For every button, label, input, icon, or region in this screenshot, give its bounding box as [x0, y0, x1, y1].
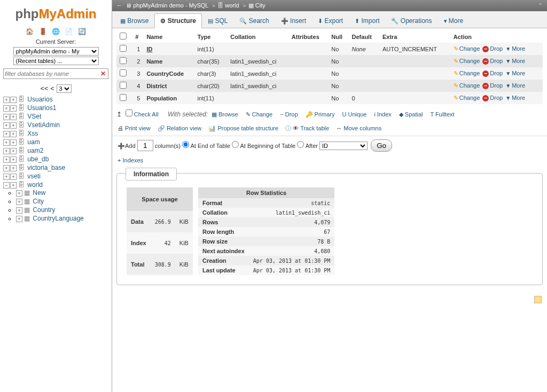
change-link[interactable]: Change: [459, 70, 480, 76]
select-all-cols[interactable]: [120, 33, 127, 40]
after-column-select[interactable]: ID: [319, 142, 368, 150]
row-checkbox[interactable]: [120, 57, 127, 64]
expand-icon[interactable]: +: [10, 165, 17, 171]
expand-icon[interactable]: +: [10, 131, 17, 137]
expand-icon[interactable]: +: [16, 207, 22, 214]
expand-icon[interactable]: +: [10, 139, 17, 146]
db-link[interactable]: victoria_base: [27, 164, 65, 171]
check-all[interactable]: Check All: [126, 111, 159, 117]
expand-icon[interactable]: +: [10, 97, 17, 103]
tab-structure[interactable]: ⚙ Structure: [154, 13, 202, 28]
db-link[interactable]: Usuarios: [27, 96, 52, 103]
change-link[interactable]: Change: [459, 95, 480, 101]
expand-icon[interactable]: −: [3, 182, 10, 189]
change-link[interactable]: Change: [459, 45, 480, 52]
more-link[interactable]: More: [512, 45, 525, 52]
db-link[interactable]: ube_db: [27, 155, 49, 163]
expand-icon[interactable]: +: [10, 114, 17, 120]
filter-input[interactable]: [5, 70, 80, 77]
table-link[interactable]: New: [33, 189, 45, 197]
db-link[interactable]: VsetiAdmin: [27, 121, 60, 129]
tab-sql[interactable]: ▤ SQL: [202, 13, 233, 28]
db-link[interactable]: uam2: [27, 147, 43, 154]
clear-filter-icon[interactable]: ✕: [100, 70, 106, 77]
track-table-link[interactable]: Track table: [300, 125, 329, 131]
row-checkbox[interactable]: [120, 45, 127, 52]
check-all-box[interactable]: [126, 109, 132, 116]
expand-icon[interactable]: +: [10, 156, 17, 163]
bc-table[interactable]: City: [255, 2, 265, 9]
expand-icon[interactable]: +: [10, 105, 17, 112]
db-link[interactable]: VSet: [27, 113, 41, 120]
reload-icon[interactable]: 🔄: [78, 28, 86, 35]
move-columns-link[interactable]: Move columns: [343, 125, 381, 131]
db-link[interactable]: uam: [27, 138, 40, 146]
ws-primary[interactable]: 🔑 Primary: [306, 111, 335, 117]
drop-link[interactable]: Drop: [490, 70, 503, 76]
expand-icon[interactable]: +: [16, 216, 22, 222]
expand-icon[interactable]: +: [3, 97, 10, 103]
help-icon[interactable]: ⓘ: [285, 125, 291, 131]
expand-icon[interactable]: +: [16, 190, 22, 197]
ws-change[interactable]: ✎ Change: [246, 111, 273, 117]
row-checkbox[interactable]: [120, 69, 127, 76]
expand-icon[interactable]: +: [10, 182, 17, 189]
add-count-input[interactable]: [137, 140, 153, 151]
expand-icon[interactable]: +: [3, 139, 10, 146]
row-checkbox[interactable]: [120, 82, 127, 89]
table-link[interactable]: CountryLanguage: [33, 215, 83, 222]
expand-icon[interactable]: +: [3, 122, 10, 129]
expand-icon[interactable]: +: [3, 114, 10, 120]
row-checkbox[interactable]: [120, 94, 127, 101]
propose-structure-link[interactable]: Propose table structure: [217, 125, 278, 131]
drop-link[interactable]: Drop: [490, 95, 503, 101]
indexes-toggle[interactable]: + Indexes: [112, 155, 547, 166]
home-icon[interactable]: 🏠: [26, 28, 34, 35]
note-icon[interactable]: [534, 296, 542, 303]
drop-link[interactable]: Drop: [490, 82, 503, 89]
ws-spatial[interactable]: ◆ Spatial: [399, 111, 423, 117]
go-button[interactable]: Go: [371, 139, 392, 152]
table-link[interactable]: City: [33, 198, 44, 205]
expand-icon[interactable]: +: [3, 131, 10, 137]
db-link[interactable]: vseti: [27, 173, 41, 180]
ws-index[interactable]: i Index: [374, 111, 391, 117]
table-link[interactable]: Country: [33, 206, 55, 214]
recent-tables-select[interactable]: (Recent tables) ...: [13, 57, 99, 65]
tab-operations[interactable]: 🔧 Operations: [385, 13, 437, 28]
expand-icon[interactable]: +: [3, 165, 10, 171]
back-icon[interactable]: ←: [116, 2, 122, 9]
expand-icon[interactable]: +: [3, 148, 10, 154]
at-beginning-option[interactable]: At Beginning of Table: [232, 143, 295, 149]
bc-db[interactable]: world: [225, 2, 239, 9]
after-option[interactable]: After: [297, 143, 318, 149]
tab-insert[interactable]: ➕ Insert: [275, 13, 312, 28]
drop-link[interactable]: Drop: [490, 45, 503, 52]
tab-more[interactable]: ▾ More: [438, 13, 470, 28]
expand-icon[interactable]: +: [3, 105, 10, 112]
logout-icon[interactable]: 🚪: [39, 28, 47, 35]
relation-view-link[interactable]: Relation view: [167, 125, 201, 131]
expand-icon[interactable]: +: [16, 199, 22, 205]
tab-export[interactable]: ⬇ Export: [312, 13, 349, 28]
expand-icon[interactable]: +: [3, 174, 10, 180]
expand-icon[interactable]: +: [10, 122, 17, 129]
expand-icon[interactable]: +: [3, 156, 10, 163]
print-view-link[interactable]: Print view: [125, 125, 151, 131]
globe-icon[interactable]: 🌐: [52, 28, 60, 35]
expand-icon[interactable]: +: [10, 148, 17, 154]
ws-unique[interactable]: U Unique: [342, 111, 367, 117]
tab-import[interactable]: ⬆ Import: [349, 13, 385, 28]
expand-icon[interactable]: +: [10, 174, 17, 180]
at-end-option[interactable]: At End of Table: [182, 143, 230, 149]
page-select[interactable]: 3: [57, 84, 72, 93]
ws-fulltext[interactable]: T Fulltext: [431, 111, 455, 117]
docs-icon[interactable]: 📄: [65, 28, 73, 35]
db-link[interactable]: Xss: [27, 130, 38, 137]
collapse-icon[interactable]: ⌃: [538, 2, 543, 9]
more-link[interactable]: More: [512, 58, 525, 64]
db-link[interactable]: world: [27, 181, 43, 189]
more-link[interactable]: More: [512, 82, 525, 89]
ws-browse[interactable]: ▦ Browse: [212, 111, 238, 117]
change-link[interactable]: Change: [459, 58, 480, 64]
